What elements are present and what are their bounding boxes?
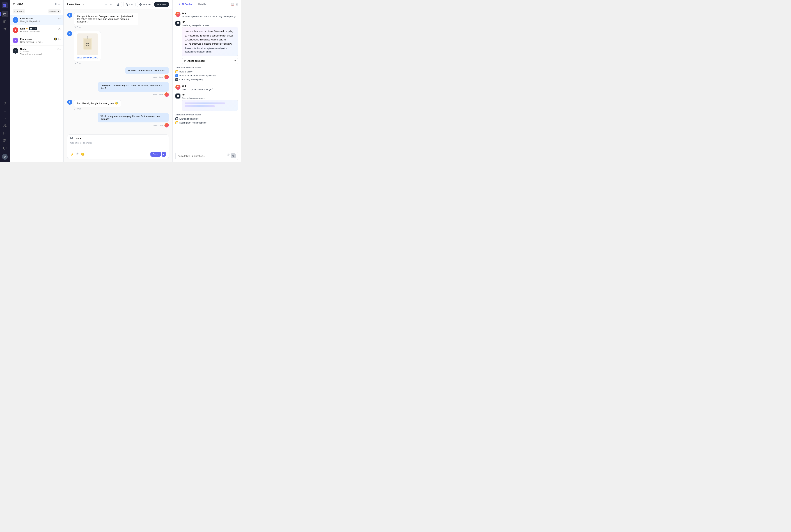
nav-dashboard[interactable] xyxy=(2,137,8,144)
svg-rect-13 xyxy=(5,141,6,142)
nav-chat[interactable] xyxy=(2,130,8,136)
svg-marker-6 xyxy=(4,101,6,104)
conversation-item[interactable]: F Francesca 🔔 9m Good morning, let me... xyxy=(10,35,63,46)
svg-rect-11 xyxy=(4,139,4,140)
nav-item-2[interactable] xyxy=(2,18,8,25)
fin-avatar xyxy=(175,21,180,26)
svg-text:IES: IES xyxy=(86,44,89,46)
star-badge: ★ xyxy=(26,27,28,30)
source-icon: 📄 xyxy=(175,121,178,124)
nav-chart[interactable] xyxy=(2,115,8,121)
nav-team[interactable] xyxy=(2,122,8,129)
open-filter-btn[interactable]: 4 Open ▾ xyxy=(13,10,25,14)
copilot-footer xyxy=(173,150,241,162)
user-avatar: Y xyxy=(175,12,180,17)
avatar: F xyxy=(13,38,18,43)
svg-rect-37 xyxy=(177,96,178,97)
svg-rect-40 xyxy=(177,118,178,119)
chat-panel: Luis Easton ☆ ··· Call Snooze Close L xyxy=(64,0,173,162)
nav-lightning[interactable] xyxy=(2,100,8,106)
nav-book[interactable] xyxy=(2,107,8,114)
message-status: Seen · 3min xyxy=(153,124,163,127)
svg-rect-29 xyxy=(177,23,178,24)
sort-label: Newest xyxy=(50,10,57,13)
sort-filter-btn[interactable]: Newest ▾ xyxy=(48,10,61,14)
svg-rect-15 xyxy=(4,147,6,149)
source-label: Refund for an order placed by mistake xyxy=(179,74,216,77)
close-button[interactable]: Close xyxy=(154,2,169,7)
chat-tab-label: Chat xyxy=(74,137,79,140)
conversation-item[interactable]: L Luis Easton 3m I bought this product..… xyxy=(10,15,63,25)
follow-up-input[interactable] xyxy=(178,155,225,157)
svg-rect-1 xyxy=(5,4,6,5)
open-filter-chevron: ▾ xyxy=(22,10,24,13)
inbox-action-btn[interactable] xyxy=(115,2,122,7)
follow-up-icons xyxy=(227,153,236,158)
tab-ai-copilot[interactable]: ✦ AI Copilot xyxy=(175,2,196,7)
conversation-item[interactable]: N Nadia 13m #2302234 That will be proces… xyxy=(10,46,63,58)
user-avatar[interactable]: U xyxy=(2,154,8,160)
conv-name: Ivan xyxy=(20,27,25,30)
svg-rect-34 xyxy=(177,80,178,80)
conv-name: Luis Easton xyxy=(20,17,34,20)
svg-rect-41 xyxy=(176,119,177,119)
message-item-outgoing: Could you please clarify the reason for … xyxy=(98,82,169,97)
app-logo xyxy=(2,2,8,8)
add-to-composer-button[interactable]: Add to composer ▾ xyxy=(182,58,238,64)
chat-header: Luis Easton ☆ ··· Call Snooze Close xyxy=(64,0,172,9)
contact-avatar: L xyxy=(67,31,72,36)
svg-rect-14 xyxy=(4,141,4,142)
message-item-outgoing: Would you prefer exchanging this item fo… xyxy=(98,113,169,128)
fin-avatar xyxy=(175,94,180,98)
message-time: 8min xyxy=(77,26,81,28)
follow-up-send-btn[interactable] xyxy=(231,153,236,158)
lightning-tool-icon[interactable]: ⚡ xyxy=(70,152,74,156)
source-label: Refund policy xyxy=(179,71,193,73)
chat-icon xyxy=(70,137,73,140)
nav-monitor[interactable] xyxy=(2,145,8,151)
star-button[interactable]: ☆ xyxy=(104,2,108,7)
snooze-button[interactable]: Snooze xyxy=(137,2,153,7)
copilot-message: Fin Here's my suggested answer: Here are… xyxy=(175,21,238,64)
inbox-title-row: 4 Open ▾ Newest ▾ xyxy=(10,8,63,15)
nav-inbox[interactable] xyxy=(2,11,8,17)
open-count-label: 4 Open xyxy=(14,10,22,13)
source-label: Exchanging an order xyxy=(179,118,199,120)
conversation-item[interactable]: I Ivan ★ 🕐 3min 5m Hi there, I have a qu… xyxy=(10,25,63,35)
attachment-icon[interactable] xyxy=(76,152,79,156)
book-icon[interactable]: 📖 xyxy=(231,3,234,6)
source-icon xyxy=(175,78,178,81)
product-name[interactable]: 'Baies Scented Candle' xyxy=(76,56,98,59)
inbox-header: June ⏸ ☰ xyxy=(10,0,63,8)
more-button[interactable]: ··· xyxy=(110,2,113,7)
svg-rect-36 xyxy=(178,95,179,96)
settings-icon[interactable] xyxy=(227,153,230,158)
source-item[interactable]: ◻ Refund for an order placed by mistake xyxy=(175,74,238,77)
message-text: How do I process an exchange? xyxy=(182,88,238,91)
sources-title: 3 relevant sources found xyxy=(175,66,238,69)
source-item[interactable]: 📄 Refund policy xyxy=(175,70,238,73)
ai-copilot-tab-label: AI Copilot xyxy=(181,3,193,5)
message-text: What exceptions can I make to our 30 day… xyxy=(182,15,238,18)
source-item[interactable]: Exchanging an order xyxy=(175,117,238,120)
tab-details[interactable]: Details xyxy=(196,2,209,7)
chat-tab[interactable]: Chat ▾ xyxy=(74,137,81,140)
emoji-icon[interactable]: 😊 xyxy=(81,152,85,156)
layout-icon[interactable]: ⊞ xyxy=(236,3,238,6)
svg-rect-19 xyxy=(117,4,119,5)
conv-time: 5m xyxy=(58,28,61,30)
nav-item-3[interactable] xyxy=(2,26,8,32)
svg-rect-2 xyxy=(3,5,5,7)
svg-rect-39 xyxy=(176,118,177,119)
svg-rect-32 xyxy=(177,79,178,79)
send-dropdown-btn[interactable]: ▾ xyxy=(161,152,166,157)
call-button[interactable]: Call xyxy=(123,2,135,7)
agent-avatar xyxy=(165,123,169,128)
composer-input[interactable]: Use ⌘K for shortcuts xyxy=(70,141,166,149)
inbox-pause-btn[interactable]: ⏸ xyxy=(55,2,57,5)
source-item[interactable]: Our 30 day refund policy xyxy=(175,78,238,81)
conv-preview: That will be processed... xyxy=(20,53,61,56)
inbox-menu-btn[interactable]: ☰ xyxy=(58,2,61,5)
send-button[interactable]: Send xyxy=(151,152,161,157)
source-item[interactable]: 📄 Dealing with refund disputes xyxy=(175,121,238,124)
